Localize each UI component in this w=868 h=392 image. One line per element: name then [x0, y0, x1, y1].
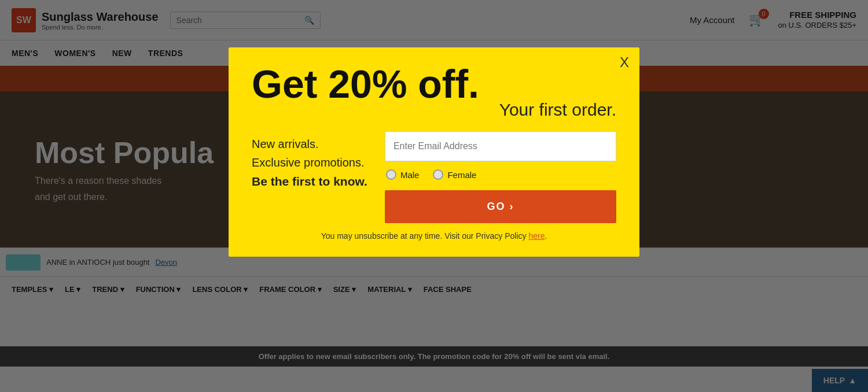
female-label: Female: [447, 170, 476, 180]
modal-headline: Get 20% off.: [252, 64, 616, 105]
modal-footer: You may unsubscribe at any time. Visit o…: [252, 231, 616, 241]
gender-male-option[interactable]: Male: [386, 169, 420, 180]
modal-left-content: New arrivals. Exclusive promotions. Be t…: [252, 131, 367, 191]
go-button[interactable]: GO ›: [385, 190, 616, 223]
email-signup-modal: X Get 20% off. Your first order. New arr…: [229, 47, 639, 257]
gender-female-option[interactable]: Female: [433, 169, 476, 180]
male-label: Male: [400, 170, 420, 180]
modal-right-content: Male Female GO ›: [385, 131, 616, 223]
modal-left-text: New arrivals. Exclusive promotions. Be t…: [252, 135, 367, 191]
privacy-policy-link[interactable]: here: [528, 231, 545, 241]
email-input[interactable]: [385, 131, 616, 161]
female-radio[interactable]: [433, 169, 443, 180]
gender-selection: Male Female: [385, 169, 616, 180]
modal-cta-text: Be the first to know.: [252, 175, 367, 188]
male-radio[interactable]: [386, 169, 396, 180]
close-button[interactable]: X: [620, 56, 629, 69]
modal-body: New arrivals. Exclusive promotions. Be t…: [252, 131, 616, 223]
